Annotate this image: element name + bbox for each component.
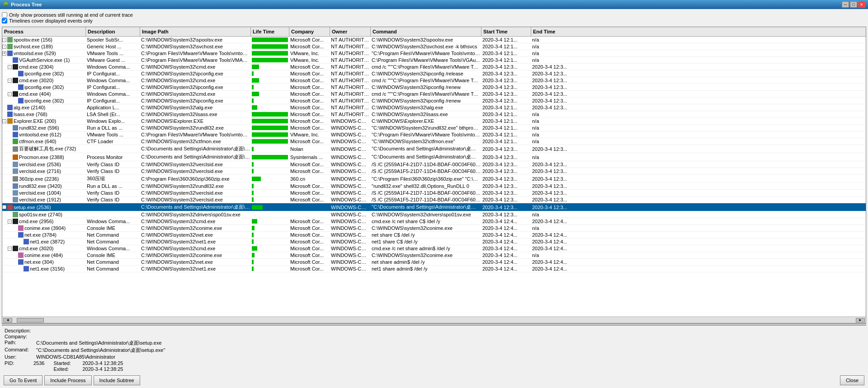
lifetime-cell: [251, 50, 289, 56]
scroll-right-button[interactable]: ►: [856, 318, 865, 323]
only-running-checkbox[interactable]: [2, 12, 7, 18]
header-lifetime[interactable]: Life Time: [251, 27, 289, 36]
expand-button[interactable]: -: [2, 205, 6, 209]
header-end-time[interactable]: End Time: [531, 27, 866, 36]
process-name: net1.exe (3872): [30, 239, 65, 244]
tree-rows-container: -spoolsv.exe (156)Spooler SubSr...C:\WIN…: [2, 37, 866, 272]
table-row[interactable]: conime.exe (484)Console IMEC:\WINDOWS\sy…: [2, 252, 866, 259]
table-row[interactable]: net.exe (3784)Net CommandC:\WINDOWS\syst…: [2, 232, 866, 238]
process-cell: -cmd.exe (404): [2, 91, 86, 97]
header-owner[interactable]: Owner: [330, 27, 371, 36]
table-row[interactable]: verclsid.exe (1004)Verify Class IDC:\WIN…: [2, 190, 866, 196]
table-row[interactable]: -svchost.exe (189)Generic Host ...C:\WIN…: [2, 43, 866, 50]
horizontal-scrollbar[interactable]: ◄ ►: [2, 317, 866, 323]
header-image-path[interactable]: Image Path: [140, 27, 251, 36]
command-cell: C:\WINDOWS\system32\spoolsv.exe: [371, 37, 481, 43]
table-row[interactable]: -cmd.exe (3020)Windows Comma...C:\WINDOW…: [2, 77, 866, 84]
only-running-label[interactable]: Only show processes still running at end…: [9, 12, 133, 18]
close-button[interactable]: ✕: [858, 1, 865, 8]
command-cell: /S /C {2559A1F5-21D7-11D4-BDAF-00C04F60B…: [371, 168, 481, 174]
timelines-only-checkbox[interactable]: [2, 18, 7, 23]
timelines-only-label[interactable]: Timelines cover displayed events only: [9, 18, 93, 23]
process-icon: [13, 197, 18, 202]
table-row[interactable]: verclsid.exe (2716)Verify Class IDC:\WIN…: [2, 168, 866, 175]
command-cell: C:\WINDOWS\system32\svchost.exe -k bthsv…: [371, 43, 481, 50]
expand-button[interactable]: -: [8, 65, 12, 69]
table-row[interactable]: 百要破解工具包.exe (732)C:\Documents and Settin…: [2, 145, 866, 153]
company-cell: Microsoft Cor...: [289, 252, 330, 258]
close-button-bottom[interactable]: Close: [840, 375, 864, 385]
table-row[interactable]: net1.exe (3872)Net CommandC:\WINDOWS\sys…: [2, 238, 866, 245]
table-row[interactable]: -spoolsv.exe (156)Spooler SubSr...C:\WIN…: [2, 37, 866, 43]
expand-button[interactable]: -: [2, 38, 6, 42]
header-start-time[interactable]: Start Time: [481, 27, 531, 36]
path-cell: C:\WINDOWS\system32\verclsid.exe: [140, 190, 251, 196]
lifetime-cell: [251, 266, 289, 272]
table-row[interactable]: net.exe (304)Net CommandC:\WINDOWS\syste…: [2, 259, 866, 266]
expand-button[interactable]: -: [2, 45, 6, 49]
command-cell: cmd /c """C:\Program Files\VMware\VMware…: [371, 91, 481, 97]
table-row[interactable]: alg.exe (2140)Application L...C:\WINDOWS…: [2, 104, 866, 111]
pid-value: 2536: [33, 360, 44, 366]
table-row[interactable]: Procmon.exe (2388)Process MonitorC:\Docu…: [2, 153, 866, 161]
company-cell: Microsoft Cor...: [289, 196, 330, 203]
table-row[interactable]: spo01sv.exe (2740)C:\WINDOWS\system32\dr…: [2, 211, 866, 218]
table-row[interactable]: -cmd.exe (2304)Windows Comma...C:\WINDOW…: [2, 64, 866, 70]
expand-button[interactable]: +: [2, 51, 6, 56]
table-row[interactable]: verclsid.exe (2536)Verify Class IDC:\WIN…: [2, 161, 866, 168]
table-row[interactable]: rundll32.exe (3420)Run a DLL as ...C:\WI…: [2, 183, 866, 190]
command-cell: "C:\Documents and Settings\Administrator…: [371, 145, 481, 153]
expand-button[interactable]: -: [8, 92, 12, 96]
table-row[interactable]: rundll32.exe (596)Run a DLL as ...C:\WIN…: [2, 125, 866, 131]
scroll-left-button[interactable]: ◄: [3, 318, 12, 323]
table-row[interactable]: lsass.exe (768)LSA Shell (Er...C:\WINDOW…: [2, 111, 866, 118]
start-time-cell: 2020-3-4 12:3...: [481, 168, 531, 174]
table-row[interactable]: net1.exe (3156)Net CommandC:\WINDOWS\sys…: [2, 266, 866, 272]
path-cell: C:\WINDOWS\system32\lsass.exe: [140, 111, 251, 117]
expand-button[interactable]: -: [2, 119, 6, 123]
window-icon: 🌳: [3, 2, 9, 8]
table-row[interactable]: -cmd.exe (3020)Windows Comma...C:\WINDOW…: [2, 245, 866, 252]
owner-cell: WINDOWS-CD81A...: [330, 238, 371, 245]
header-company[interactable]: Company: [289, 27, 330, 36]
table-row[interactable]: vmtoolsd.exe (612)VMware Tools ...C:\Pro…: [2, 131, 866, 138]
process-icon: [18, 252, 24, 258]
table-row[interactable]: ctfmon.exe (640)CTF LoaderC:\WINDOWS\sys…: [2, 138, 866, 145]
include-subtree-button[interactable]: Include Subtree: [94, 375, 140, 385]
table-row[interactable]: -setup.exe (2536)C:\Documents and Settin…: [2, 203, 866, 211]
owner-cell: WINDOWS-CD81A...: [330, 131, 371, 138]
table-row[interactable]: ipconfig.exe (302)IP Configurat...C:\WIN…: [2, 98, 866, 104]
table-row[interactable]: -cmd.exe (2956)Windows Comma...C:\WINDOW…: [2, 218, 866, 225]
table-row[interactable]: conime.exe (3904)Console IMEC:\WINDOWS\s…: [2, 225, 866, 232]
process-icon: [13, 219, 18, 224]
go-to-event-button[interactable]: Go To Event: [4, 375, 42, 385]
minimize-button[interactable]: ─: [842, 1, 849, 8]
description-row: Description:: [5, 328, 863, 333]
table-row[interactable]: VGAuthService.exe (1)VMware Guest ...C:\…: [2, 57, 866, 64]
expand-button[interactable]: -: [8, 247, 12, 251]
table-row[interactable]: ipconfig.exe (302)IP Configurat...C:\WIN…: [2, 70, 866, 77]
table-row[interactable]: -cmd.exe (404)Windows Comma...C:\WINDOWS…: [2, 91, 866, 98]
expand-button[interactable]: -: [8, 79, 12, 83]
header-description[interactable]: Description: [86, 27, 140, 36]
process-name: cmd.exe (2304): [19, 64, 53, 70]
table-row[interactable]: 360zip.exe (2236)360压缩C:\Program Files\3…: [2, 175, 866, 183]
expand-button[interactable]: -: [8, 220, 12, 224]
table-row[interactable]: -Explorer.EXE (200)Windows Explo...C:\WI…: [2, 118, 866, 125]
company-label: Company:: [5, 334, 36, 339]
end-time-cell: n/a: [531, 154, 581, 160]
include-process-button[interactable]: Include Process: [44, 375, 91, 385]
scroll-thumb[interactable]: [17, 318, 44, 323]
process-icon: [18, 84, 24, 90]
table-row[interactable]: ipconfig.exe (302)IP Configurat...C:\WIN…: [2, 84, 866, 91]
table-row[interactable]: verclsid.exe (1912)Verify Class IDC:\WIN…: [2, 196, 866, 203]
header-process[interactable]: Process: [2, 27, 86, 36]
end-time-cell: n/a: [531, 111, 581, 117]
table-row[interactable]: +vmtoolsd.exe (529)VMware Tools ...C:\Pr…: [2, 50, 866, 57]
description-cell: IP Configurat...: [86, 70, 140, 77]
tree-scroll-area[interactable]: -spoolsv.exe (156)Spooler SubSr...C:\WIN…: [2, 37, 866, 317]
maximize-button[interactable]: □: [850, 1, 857, 8]
header-command[interactable]: Command: [371, 27, 481, 36]
process-icon: [7, 105, 13, 110]
scroll-track[interactable]: [12, 318, 856, 323]
